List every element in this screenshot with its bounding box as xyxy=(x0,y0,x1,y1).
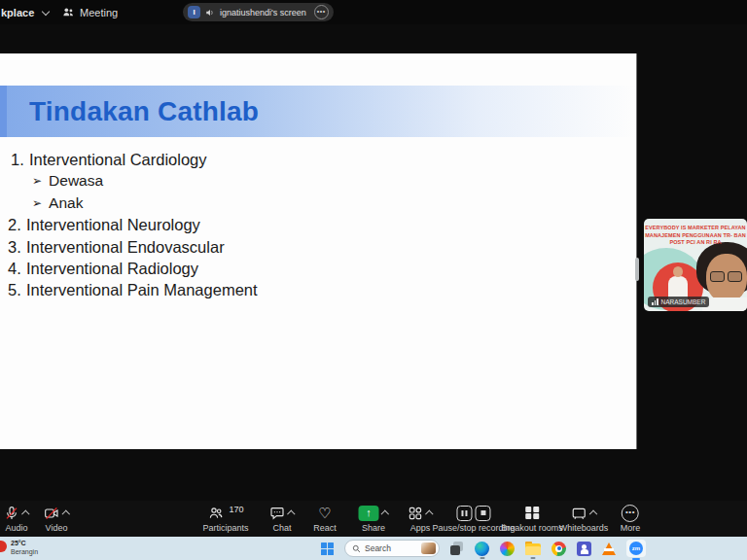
participants-button[interactable]: 170 Participants xyxy=(202,505,248,533)
banner-line: POST PCI AN RI RA xyxy=(644,239,747,247)
task-view-button[interactable] xyxy=(450,542,464,555)
heart-icon: ♡ xyxy=(318,506,331,521)
slide-list: 1. Interventional Cardiology ➢ Dewasa ➢ … xyxy=(8,149,258,301)
search-icon xyxy=(352,544,361,553)
chat-button[interactable]: Chat xyxy=(269,505,295,533)
participants-label: Participants xyxy=(202,523,248,533)
running-indicator xyxy=(531,557,536,559)
list-item: 4. Interventional Radiology xyxy=(8,258,258,279)
copilot-app-button[interactable] xyxy=(500,542,515,556)
chat-icon xyxy=(269,506,285,521)
chrome-app-button[interactable] xyxy=(551,542,566,556)
file-explorer-button[interactable] xyxy=(525,542,541,556)
meeting-tab-label: Meeting xyxy=(80,7,118,18)
taskbar-search[interactable]: Search xyxy=(344,540,440,557)
start-button[interactable] xyxy=(321,542,334,555)
list-number: 4. xyxy=(8,258,26,279)
weather-temperature: 25°C xyxy=(11,539,38,547)
share-button[interactable]: ↑ Share xyxy=(359,505,389,533)
more-icon: ••• xyxy=(622,505,639,522)
whiteboards-button[interactable]: Whiteboards xyxy=(559,505,609,533)
vlc-app-button[interactable] xyxy=(602,542,616,555)
workspace-chevron-icon[interactable] xyxy=(42,8,50,16)
whiteboards-icon xyxy=(571,506,587,521)
whiteboards-menu-chevron[interactable] xyxy=(589,509,597,517)
weather-icon xyxy=(0,541,7,552)
more-button[interactable]: ••• More xyxy=(621,505,641,533)
share-options-icon[interactable]: ••• xyxy=(314,5,329,19)
zoom-app-icon: zm xyxy=(629,542,643,555)
weather-widget[interactable]: 25°C Berangin xyxy=(0,539,38,556)
glasses-icon xyxy=(728,271,742,282)
search-highlight-image[interactable] xyxy=(421,542,436,554)
apps-label: Apps xyxy=(410,523,431,533)
avatar: I xyxy=(188,6,200,18)
edge-icon xyxy=(475,542,489,556)
shared-screen-stage: Tindakan Cathlab 1. Interventional Cardi… xyxy=(0,24,747,501)
meeting-toolbar: Audio Video 170 xyxy=(0,501,747,537)
share-label: Share xyxy=(362,523,385,533)
folder-icon xyxy=(525,543,541,556)
presentation-slide: Tindakan Cathlab 1. Interventional Cardi… xyxy=(0,53,637,449)
chrome-icon xyxy=(557,546,561,550)
breakout-rooms-button[interactable]: Breakout rooms xyxy=(501,505,563,533)
tab-meeting[interactable]: Meeting xyxy=(62,4,118,20)
share-menu-chevron[interactable] xyxy=(381,509,389,517)
slide-title: Tindakan Cathlab xyxy=(0,86,636,137)
participant-name-badge: NARASUMBER xyxy=(648,297,709,307)
list-number: 2. xyxy=(8,214,26,235)
audio-label: Audio xyxy=(5,523,27,533)
chat-label: Chat xyxy=(272,523,291,533)
stop-recording-icon[interactable] xyxy=(476,506,491,521)
react-button[interactable]: ♡ React xyxy=(313,505,337,533)
apps-button[interactable]: Apps xyxy=(408,505,433,533)
vlc-icon xyxy=(604,548,614,551)
zoom-meeting-window: kplace Meeting I ignatiushendi's screen … xyxy=(0,0,747,560)
list-number: 5. xyxy=(8,279,26,300)
pause-recording-icon[interactable] xyxy=(457,506,473,521)
teams-app-button[interactable] xyxy=(577,542,591,556)
banner-text: EVERYBODY IS MARKETER PELAYAN MANAJEMEN … xyxy=(644,219,747,247)
list-item: 5. Interventional Pain Management xyxy=(8,279,258,300)
banner-line: MANAJEMEN PENGGUNAAN TR- BAN xyxy=(644,232,747,240)
video-menu-chevron[interactable] xyxy=(62,509,70,517)
list-item: 2. Interventional Neurology xyxy=(8,214,258,235)
workspace-label[interactable]: kplace xyxy=(1,7,34,18)
list-label: Interventional Pain Management xyxy=(26,279,258,300)
video-button[interactable]: Video xyxy=(44,505,70,533)
audio-menu-chevron[interactable] xyxy=(21,509,29,517)
search-placeholder: Search xyxy=(365,543,417,553)
audio-button[interactable]: Audio xyxy=(4,505,29,533)
list-item: 3. Interventional Endovascular xyxy=(8,236,258,258)
bullet-arrow-icon: ➢ xyxy=(32,170,42,192)
list-label: Interventional Endovascular xyxy=(26,236,225,258)
react-label: React xyxy=(313,523,337,533)
participants-count: 170 xyxy=(229,505,243,514)
glasses-icon xyxy=(710,271,725,282)
thumbnail-collapse-handle[interactable] xyxy=(635,258,639,281)
zoom-app-button[interactable]: zm xyxy=(626,540,646,557)
presenter-face xyxy=(706,254,747,302)
teams-icon xyxy=(581,549,588,554)
banner-line: EVERYBODY IS MARKETER PELAYAN xyxy=(644,225,747,232)
weather-condition: Berangin xyxy=(11,547,38,556)
video-label: Video xyxy=(46,523,68,533)
list-subitem: ➢ Dewasa xyxy=(8,170,258,192)
apps-icon xyxy=(408,506,423,521)
chat-menu-chevron[interactable] xyxy=(287,509,295,517)
slide-title-band: Tindakan Cathlab xyxy=(0,86,636,137)
edge-app-button[interactable] xyxy=(475,542,489,556)
share-screen-icon: ↑ xyxy=(359,506,379,521)
camera-muted-icon xyxy=(44,506,60,521)
whiteboards-label: Whiteboards xyxy=(559,523,609,533)
windows-taskbar: 25°C Berangin Search xyxy=(0,537,747,560)
running-indicator xyxy=(480,557,484,559)
speaker-icon xyxy=(205,8,215,18)
list-number: 1. xyxy=(11,149,29,170)
list-item: 1. Interventional Cardiology xyxy=(8,149,258,170)
meeting-icon xyxy=(62,6,75,18)
breakout-rooms-label: Breakout rooms xyxy=(501,523,563,533)
more-label: More xyxy=(621,523,641,533)
screen-share-pill[interactable]: I ignatiushendi's screen ••• xyxy=(183,3,334,21)
presenter-video-thumbnail[interactable]: EVERYBODY IS MARKETER PELAYAN MANAJEMEN … xyxy=(644,219,747,311)
